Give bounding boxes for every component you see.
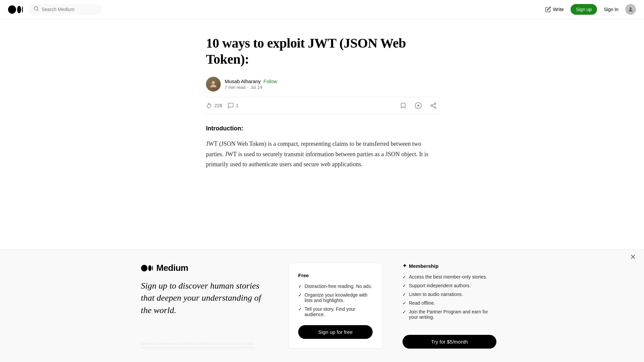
author-meta: 7 min read · Jul 14 bbox=[225, 85, 277, 90]
medium-logo[interactable] bbox=[8, 5, 23, 14]
svg-point-11 bbox=[434, 107, 436, 108]
svg-point-2 bbox=[22, 6, 23, 13]
write-button[interactable]: Write bbox=[545, 6, 564, 12]
comments-count: 1 bbox=[236, 103, 238, 108]
svg-point-10 bbox=[431, 105, 433, 107]
actions-right bbox=[398, 101, 438, 111]
svg-marker-8 bbox=[418, 104, 420, 107]
search-input[interactable] bbox=[42, 7, 97, 12]
listen-button[interactable] bbox=[413, 101, 423, 111]
navbar-right: Write Sign up Sign In bbox=[545, 4, 636, 15]
actions-bar: 228 1 bbox=[206, 97, 438, 114]
intro-heading: Introduction: bbox=[206, 125, 438, 132]
article-main: 10 ways to exploit JWT (JSON Web Token):… bbox=[198, 19, 446, 183]
navbar: Write Sign up Sign In bbox=[0, 0, 644, 19]
svg-point-3 bbox=[34, 7, 38, 10]
navbar-left bbox=[8, 4, 102, 15]
search-box[interactable] bbox=[28, 4, 102, 15]
write-label: Write bbox=[553, 7, 564, 12]
svg-point-6 bbox=[212, 81, 215, 84]
author-name-row: Musab Alharany Follow bbox=[225, 78, 277, 84]
comments-button[interactable]: 1 bbox=[227, 102, 238, 109]
separator: · bbox=[247, 85, 249, 90]
share-button[interactable] bbox=[429, 101, 438, 110]
signup-button[interactable]: Sign up bbox=[571, 4, 597, 15]
claps-count: 228 bbox=[214, 103, 222, 108]
article-title: 10 ways to exploit JWT (JSON Web Token): bbox=[206, 35, 438, 67]
save-button[interactable] bbox=[398, 101, 408, 110]
avatar[interactable] bbox=[625, 4, 636, 15]
svg-line-4 bbox=[37, 10, 38, 11]
signin-link[interactable]: Sign In bbox=[604, 7, 619, 12]
svg-point-1 bbox=[17, 6, 21, 13]
article-body-text: JWT (JSON Web Token) is a compact, repre… bbox=[206, 139, 438, 170]
read-time: 7 min read bbox=[225, 85, 245, 90]
author-info: Musab Alharany Follow 7 min read · Jul 1… bbox=[225, 78, 277, 90]
svg-point-5 bbox=[630, 7, 632, 9]
search-icon bbox=[34, 6, 39, 13]
author-name[interactable]: Musab Alharany bbox=[225, 78, 261, 84]
actions-left: 228 1 bbox=[206, 102, 238, 109]
article-body: Introduction: JWT (JSON Web Token) is a … bbox=[206, 125, 438, 170]
svg-line-13 bbox=[432, 104, 434, 105]
author-row: Musab Alharany Follow 7 min read · Jul 1… bbox=[206, 77, 438, 92]
svg-point-9 bbox=[434, 103, 436, 105]
author-avatar bbox=[206, 77, 221, 92]
svg-point-0 bbox=[8, 5, 16, 14]
claps-button[interactable]: 228 bbox=[206, 102, 222, 109]
publish-date: Jul 14 bbox=[251, 85, 262, 90]
svg-line-12 bbox=[432, 106, 434, 107]
follow-button[interactable]: Follow bbox=[264, 79, 277, 84]
